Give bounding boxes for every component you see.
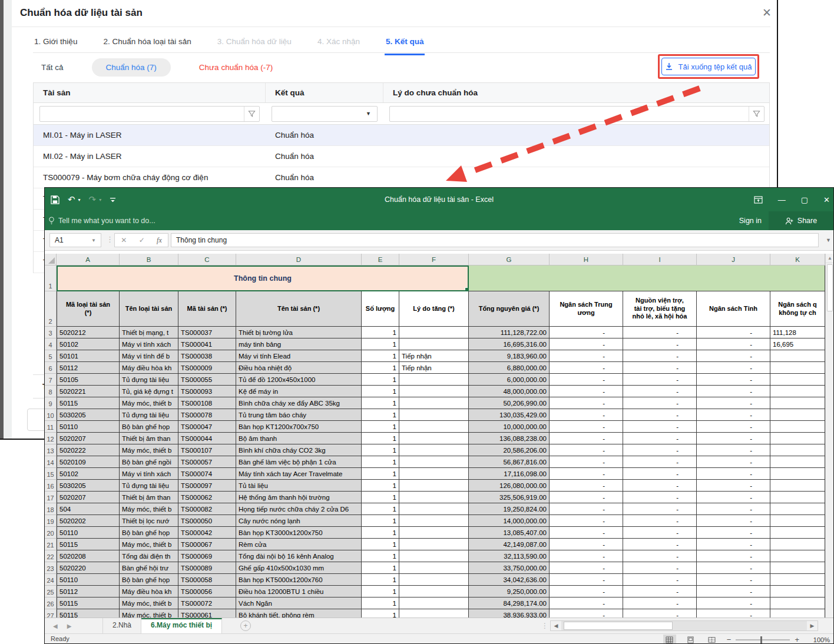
- cell-c-row6[interactable]: TS000009: [178, 362, 236, 374]
- cell-d-row11[interactable]: Bàn họp KT1200x700x750: [236, 421, 362, 433]
- cell-i-row21[interactable]: -: [623, 539, 697, 550]
- cell-c-row23[interactable]: TS000089: [178, 562, 236, 574]
- cell-i-row6[interactable]: -: [623, 362, 697, 374]
- cell-b-row20[interactable]: Bộ bàn ghế họp: [120, 527, 178, 539]
- row-header-5[interactable]: 5: [45, 350, 57, 362]
- cell-a-row24[interactable]: 50110: [57, 574, 120, 586]
- scroll-up-icon[interactable]: ▲: [826, 254, 834, 263]
- cell-k-row11[interactable]: [770, 421, 825, 433]
- cell-j-row24[interactable]: -: [697, 574, 770, 586]
- result-filter-dropdown[interactable]: ▼: [272, 106, 378, 122]
- cell-total-row10[interactable]: 130,035,429.00: [469, 409, 550, 421]
- cell-i-row12[interactable]: -: [623, 433, 697, 444]
- cell-b-row9[interactable]: Máy móc, thiết b: [120, 397, 178, 409]
- cell-h-row7[interactable]: -: [550, 374, 623, 386]
- field-header-a[interactable]: Mã loại tài sản (*): [57, 291, 120, 327]
- cell-c-row19[interactable]: TS000050: [178, 515, 236, 527]
- cell-qty-row12[interactable]: 1: [362, 433, 399, 444]
- cell-j-row7[interactable]: -: [697, 374, 770, 386]
- cell-i-row24[interactable]: -: [623, 574, 697, 586]
- cell-a-row7[interactable]: 50105: [57, 374, 120, 386]
- cell-j-row20[interactable]: -: [697, 527, 770, 539]
- cell-a-row13[interactable]: 5020222: [57, 444, 120, 456]
- field-header-qty[interactable]: Số lượng: [362, 291, 399, 327]
- cell-total-row15[interactable]: 17,116,098.00: [469, 468, 550, 480]
- cell-a-row25[interactable]: 50112: [57, 586, 120, 597]
- cell-qty-row6[interactable]: 1: [362, 362, 399, 374]
- cell-b-row27[interactable]: Máy móc, thiết b: [120, 609, 178, 618]
- cell-b-row26[interactable]: Máy móc, thiết b: [120, 597, 178, 609]
- cell-j-row9[interactable]: -: [697, 397, 770, 409]
- row-header-22[interactable]: 22: [45, 550, 57, 562]
- field-header-h[interactable]: Ngân sách Trung ương: [550, 291, 623, 327]
- cell-a-row18[interactable]: 504: [57, 503, 120, 515]
- row-header-19[interactable]: 19: [45, 515, 57, 527]
- cell-h-row12[interactable]: -: [550, 433, 623, 444]
- ribbon-display-options-icon[interactable]: [754, 196, 763, 204]
- cell-d-row15[interactable]: Máy tính xách tay Acer Travelmate: [236, 468, 362, 480]
- cell-reason-row10[interactable]: [399, 409, 469, 421]
- cell-qty-row17[interactable]: 1: [362, 492, 399, 503]
- row-header-3[interactable]: 3: [45, 327, 57, 338]
- cell-reason-row12[interactable]: [399, 433, 469, 444]
- horizontal-scroll-thumb[interactable]: [564, 622, 673, 630]
- cell-reason-row8[interactable]: [399, 386, 469, 397]
- cell-i-row27[interactable]: -: [623, 609, 697, 618]
- cell-reason-row7[interactable]: [399, 374, 469, 386]
- cell-reason-row16[interactable]: [399, 480, 469, 492]
- column-header-G[interactable]: G: [469, 254, 550, 265]
- cell-j-row21[interactable]: -: [697, 539, 770, 550]
- cell-a-row17[interactable]: 5020207: [57, 492, 120, 503]
- normal-view-icon[interactable]: [663, 635, 676, 644]
- cell-j-row27[interactable]: -: [697, 609, 770, 618]
- zoom-in-icon[interactable]: +: [795, 635, 799, 644]
- cell-b-row18[interactable]: Máy móc, thiết b: [120, 503, 178, 515]
- cell-d-row18[interactable]: Họng tiếp nước chữa cháy 2 cửa D6: [236, 503, 362, 515]
- cell-h-row8[interactable]: -: [550, 386, 623, 397]
- cell-total-row24[interactable]: 34,042,636.00: [469, 574, 550, 586]
- cell-k-row15[interactable]: [770, 468, 825, 480]
- cell-k-row16[interactable]: [770, 480, 825, 492]
- filter-tab-3[interactable]: Chưa chuẩn hóa (-7): [191, 58, 281, 77]
- next-sheet-icon[interactable]: ▶: [67, 623, 72, 629]
- cell-b-row21[interactable]: Máy móc, thiết b: [120, 539, 178, 550]
- cell-b-row15[interactable]: Máy vi tính xách: [120, 468, 178, 480]
- row-header-8[interactable]: 8: [45, 386, 57, 397]
- cell-total-row5[interactable]: 9,183,960.00: [469, 350, 550, 362]
- row-header-18[interactable]: 18: [45, 503, 57, 515]
- cell-d-row4[interactable]: máy tinh bảng: [236, 338, 362, 350]
- add-sheet-icon[interactable]: +: [240, 620, 251, 631]
- table-row[interactable]: TS000079 - Máy bơm chữa cháy động cơ điệ…: [34, 167, 769, 188]
- cell-c-row16[interactable]: TS000097: [178, 480, 236, 492]
- cell-b-row16[interactable]: Tủ đựng tài liệu: [120, 480, 178, 492]
- cell-i-row16[interactable]: -: [623, 480, 697, 492]
- cell-reason-row5[interactable]: Tiếp nhận: [399, 350, 469, 362]
- download-result-file-button[interactable]: Tải xuống tệp kết quả: [661, 58, 756, 75]
- formula-bar-expand-icon[interactable]: ▼: [826, 237, 831, 243]
- column-header-H[interactable]: H: [550, 254, 623, 265]
- cell-a-row16[interactable]: 5030205: [57, 480, 120, 492]
- row-header-14[interactable]: 14: [45, 456, 57, 468]
- cell-reason-row20[interactable]: [399, 527, 469, 539]
- cell-h-row5[interactable]: -: [550, 350, 623, 362]
- cell-j-row26[interactable]: -: [697, 597, 770, 609]
- cell-i-row25[interactable]: -: [623, 586, 697, 597]
- cell-reason-row25[interactable]: [399, 586, 469, 597]
- cell-reason-row11[interactable]: [399, 421, 469, 433]
- cell-qty-row27[interactable]: 1: [362, 609, 399, 618]
- cell-c-row5[interactable]: TS000038: [178, 350, 236, 362]
- name-box[interactable]: A1 ▼: [49, 233, 101, 247]
- vertical-scrollbar[interactable]: ▲: [825, 254, 834, 618]
- cell-b-row13[interactable]: Máy móc, thiết b: [120, 444, 178, 456]
- cell-j-row12[interactable]: -: [697, 433, 770, 444]
- cell-total-row3[interactable]: 111,128,722.00: [469, 327, 550, 338]
- cell-a-row26[interactable]: 50115: [57, 597, 120, 609]
- cell-h-row16[interactable]: -: [550, 480, 623, 492]
- cell-qty-row20[interactable]: 1: [362, 527, 399, 539]
- cell-total-row16[interactable]: 126,080,000.00: [469, 480, 550, 492]
- cell-i-row15[interactable]: -: [623, 468, 697, 480]
- sheet-tab-1[interactable]: 2.Nhà: [102, 618, 141, 634]
- cell-j-row23[interactable]: -: [697, 562, 770, 574]
- cell-j-row11[interactable]: -: [697, 421, 770, 433]
- cell-qty-row9[interactable]: 1: [362, 397, 399, 409]
